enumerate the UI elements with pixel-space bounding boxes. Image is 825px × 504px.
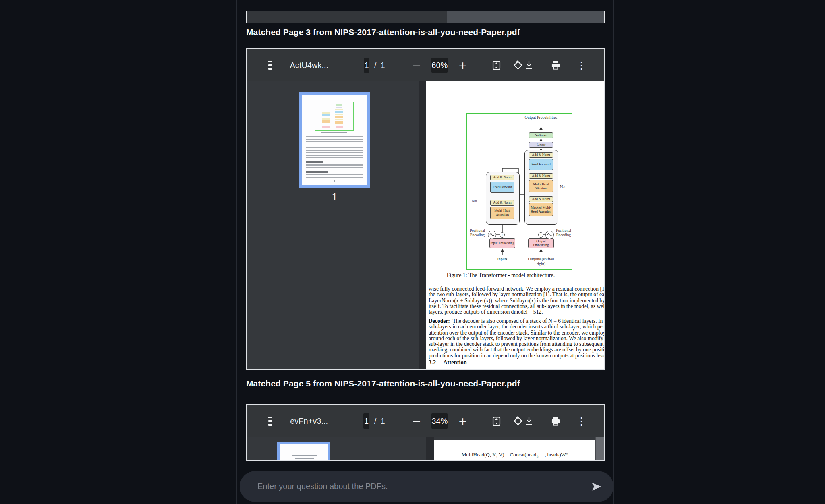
download-icon[interactable]: [524, 416, 534, 426]
figure-caption: Figure 1: The Transformer - model archit…: [426, 272, 576, 279]
figure-box-add-norm: Add & Norm: [529, 173, 553, 179]
toolbar-divider: [479, 58, 479, 72]
pdf-title: evFn+v3...: [290, 417, 328, 426]
transformer-figure: Output Probabilities Softmax Linear Add …: [466, 113, 572, 270]
page-separator: /: [374, 61, 377, 70]
zoom-out-button[interactable]: −: [412, 60, 421, 71]
zoom-level[interactable]: 34%: [431, 413, 448, 429]
figure-label-output-probabilities: Output Probabilities: [523, 115, 559, 120]
figure-label-n-times-left: N×: [472, 199, 477, 204]
send-icon[interactable]: [590, 481, 602, 493]
decoder-bold-label: Decoder:: [429, 318, 450, 324]
pdf-body: MultiHead(Q, K, V) = Concat(head₁, ..., …: [247, 437, 604, 460]
figure-label-positional-encoding-left: Positional Encoding: [467, 229, 488, 238]
app-canvas: Matched Page 3 from NIPS-2017-attention-…: [0, 0, 825, 504]
section-heading-attention: 3.2Attention: [429, 359, 467, 366]
figure-box-masked-multi-head-attention: Masked Multi-Head Attention: [529, 203, 553, 216]
formula-multihead: MultiHead(Q, K, V) = Concat(head₁, ..., …: [434, 452, 595, 458]
page-total: 1: [381, 61, 385, 70]
figure-box-feed-forward: Feed Forward: [490, 182, 514, 193]
more-options-icon[interactable]: ⋮: [576, 60, 587, 70]
menu-icon[interactable]: [268, 61, 272, 70]
figure-box-output-embedding: Output Embedding: [528, 238, 554, 248]
toolbar-divider: [400, 58, 400, 72]
sidebar-page-divider: [419, 81, 426, 369]
menu-icon[interactable]: [268, 417, 272, 426]
paragraph-decoder: Decoder: The decoder is also composed of…: [429, 318, 604, 359]
thumbnail-mini-figure: [315, 102, 354, 131]
pdf-viewer-page5: evFn+v3... 1 / 1 − 34% + ⋮: [246, 404, 605, 461]
more-options-icon[interactable]: ⋮: [576, 416, 587, 426]
plus-circle-icon: +: [500, 232, 505, 238]
thumbnail-sidebar[interactable]: [247, 437, 426, 460]
thumbnail-preview: [280, 444, 328, 460]
figure-label-n-times-right: N×: [560, 184, 566, 189]
zoom-in-button[interactable]: +: [458, 60, 467, 71]
pdf-toolbar: evFn+v3... 1 / 1 − 34% + ⋮: [247, 405, 604, 437]
page-thumbnail[interactable]: [277, 442, 330, 460]
figure-label-inputs: Inputs: [488, 257, 516, 262]
figure-box-add-norm: Add & Norm: [490, 175, 514, 180]
pdf-page-view[interactable]: Output Probabilities Softmax Linear Add …: [426, 81, 604, 369]
figure-box-input-embedding: Input Embedding: [489, 238, 515, 248]
previous-viewer-scrollbar-thumb[interactable]: [447, 11, 604, 23]
rotate-icon[interactable]: [512, 60, 524, 71]
zoom-out-button[interactable]: −: [412, 416, 421, 427]
figure-box-add-norm: Add & Norm: [529, 152, 553, 158]
fit-page-icon[interactable]: [491, 60, 502, 71]
print-icon[interactable]: [550, 416, 561, 427]
zoom-in-button[interactable]: +: [458, 416, 467, 427]
figure-label-outputs: Outputs (shifted right): [526, 257, 556, 266]
figure-box-multi-head-attention: Multi-Head Attention: [529, 180, 553, 192]
page-view-wrapper: MultiHead(Q, K, V) = Concat(head₁, ..., …: [434, 437, 595, 460]
sine-wave-icon: [545, 231, 554, 239]
print-icon[interactable]: [550, 60, 561, 71]
figure-box-linear: Linear: [529, 142, 553, 148]
pdf-toolbar: ActU4wk... 1 / 1 − 60% + ⋮: [247, 49, 604, 81]
figure-box-multi-head-attention: Multi-Head Attention: [490, 207, 514, 219]
match-heading-page5: Matched Page 5 from NIPS-2017-attention-…: [246, 379, 520, 388]
page-separator: /: [374, 417, 377, 426]
match-heading-page3: Matched Page 3 from NIPS-2017-attention-…: [246, 27, 520, 37]
figure-box-softmax: Softmax: [529, 132, 553, 138]
pdf-body: 1: [247, 81, 604, 369]
plus-circle-icon: +: [538, 232, 543, 238]
chat-question-input[interactable]: [257, 481, 590, 492]
thumbnail-preview: [302, 95, 367, 185]
toolbar-divider: [479, 414, 479, 428]
page-total: 1: [381, 417, 385, 426]
figure-box-add-norm: Add & Norm: [490, 200, 514, 206]
pdf-viewer-page3: ActU4wk... 1 / 1 − 60% + ⋮: [246, 48, 605, 370]
pdf-title: ActU4wk...: [290, 61, 329, 70]
page-thumbnail[interactable]: [299, 92, 370, 188]
zoom-level[interactable]: 60%: [431, 58, 448, 73]
toolbar-divider: [400, 414, 400, 428]
chat-input-container: [240, 471, 614, 502]
figure-box-add-norm: Add & Norm: [529, 196, 553, 202]
download-icon[interactable]: [524, 60, 534, 70]
previous-viewer-bottom-edge: [246, 11, 605, 23]
vertical-scrollbar[interactable]: [595, 437, 604, 460]
sidebar-page-divider: [426, 437, 434, 460]
page-number-input[interactable]: 1: [363, 413, 369, 429]
sine-wave-icon: [488, 231, 496, 239]
paragraph-encoder: wise fully connected feed-forward networ…: [429, 286, 604, 315]
figure-label-positional-encoding-right: Positional Encoding: [554, 229, 573, 238]
fit-page-icon[interactable]: [491, 416, 502, 427]
pdf-page-view[interactable]: MultiHead(Q, K, V) = Concat(head₁, ..., …: [434, 440, 595, 460]
thumbnail-sidebar[interactable]: 1: [247, 81, 419, 369]
figure-box-feed-forward: Feed Forward: [529, 159, 553, 170]
thumbnail-page-number: 1: [299, 191, 370, 203]
page-number-input[interactable]: 1: [364, 58, 369, 73]
rotate-icon[interactable]: [512, 415, 524, 427]
formula-where-head: where headᵢ = Attention(QWᵢQ, KWᵢK, VWᵢV…: [434, 459, 595, 460]
